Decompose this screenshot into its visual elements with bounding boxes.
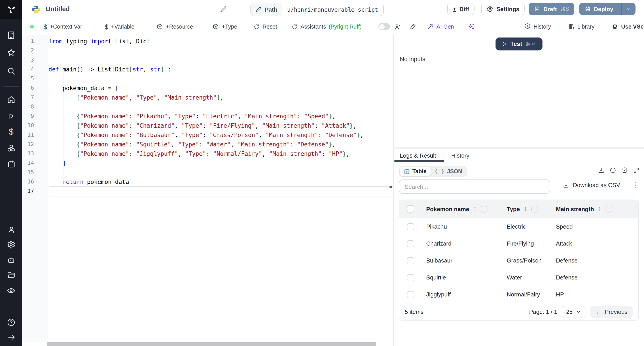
copy-clipboard-icon[interactable] [621,167,628,174]
settings-button[interactable]: Settings [481,3,525,15]
column-options-box[interactable] [606,206,612,212]
code-line-11[interactable]: {"Pokemon name": "Bulbasaur", "Type": "G… [48,130,393,140]
sidebar-star-icon[interactable] [0,46,22,59]
view-table-option[interactable]: Table [400,167,430,176]
table-row[interactable]: JigglypuffNormal/FairyHP [399,286,638,303]
code-line-9[interactable]: {"Pokemon name": "Pikachu", "Type": "Ele… [48,111,393,121]
sidebar-folder-icon[interactable] [0,268,22,282]
code-line-2[interactable] [48,46,393,55]
toggle-switch[interactable] [378,23,390,30]
download-csv-button[interactable]: Download as CSV [562,182,620,188]
column-header-main-strength[interactable]: Main strength [556,206,594,212]
sidebar-gear-icon[interactable] [0,238,22,251]
reset-button[interactable]: Reset [254,19,277,34]
horizontal-scrollbar[interactable] [47,342,376,346]
edit-summary-pencil-icon[interactable] [220,5,227,13]
sidebar-help-icon[interactable] [0,316,22,329]
previous-page-button[interactable]: ← Previous [590,306,633,318]
expand-icon[interactable] [633,167,640,174]
sort-icon[interactable] [472,206,478,212]
sort-icon[interactable] [597,206,602,212]
diff-button[interactable]: ± Diff [447,3,474,15]
column-header-pokemon-name[interactable]: Pokemon name [426,206,469,212]
add-variable-button[interactable]: $ +Variable [105,19,134,34]
panel-splitter-horizontal[interactable] [394,147,644,149]
row-checkbox[interactable] [407,257,414,264]
sidebar-cubes-icon[interactable] [0,142,22,155]
path-box[interactable]: Path u/henri/maneuverable_script [250,3,384,16]
view-json-label: JSON [447,168,462,174]
sidebar-eye-icon[interactable] [0,284,22,297]
sidebar-calendar-icon[interactable] [0,157,22,171]
select-all-checkbox[interactable] [407,205,414,212]
ai-sparkles-icon[interactable] [468,19,475,34]
sort-icon[interactable] [523,206,528,212]
app-window: $ Untitled Path u/henri/maneuverable_scr… [0,0,644,346]
code-line-1[interactable]: from typing import List, Dict [48,36,393,46]
cell-value: Squirtle [426,274,446,281]
sidebar-building-icon[interactable] [0,28,22,42]
sidebar-arrow-right-icon[interactable] [0,330,22,344]
format-brush-icon[interactable] [410,19,416,34]
code-editor[interactable]: 1234567891011121314151617 from typing im… [22,35,393,346]
code-line-15[interactable] [48,168,393,177]
deploy-button[interactable]: Deploy [580,3,618,15]
column-options-box[interactable] [532,206,538,212]
view-json-option[interactable]: { } JSON [430,167,466,176]
path-value[interactable]: u/henri/maneuverable_script [282,3,383,16]
row-checkbox[interactable] [407,223,414,230]
table-row[interactable]: CharizardFire/FlyingAttack [399,235,638,252]
page-size-select[interactable]: 25 [562,306,586,318]
ai-gen-button[interactable]: AI Gen [427,19,454,34]
tab-logs-result[interactable]: Logs & Result [400,150,436,161]
tab-history[interactable]: History [451,150,469,161]
code-line-5[interactable] [48,74,393,83]
info-icon[interactable] [610,167,616,174]
table-row[interactable]: PikachuElectricSpeed [399,218,638,235]
code-line-10[interactable]: {"Pokemon name": "Charizard", "Type": "F… [48,121,393,130]
code-line-17[interactable] [48,186,393,196]
sidebar-user-icon[interactable] [0,223,22,236]
search-input[interactable] [399,179,550,194]
download-icon[interactable] [598,167,605,174]
code-line-14[interactable]: ] [48,158,393,168]
table-menu-kebab-icon[interactable]: ⋮ [632,181,640,189]
sidebar-search-icon[interactable] [0,64,22,78]
line-number: 3 [22,55,34,64]
draft-button[interactable]: Draft ⌘S [528,3,574,15]
sidebar-play-icon[interactable] [0,109,22,123]
multiplayer-users-icon[interactable] [394,19,401,34]
add-resource-button[interactable]: +Resource [156,19,193,34]
row-checkbox[interactable] [407,240,414,247]
path-pencil-icon [255,6,262,12]
library-button[interactable]: Library [568,19,594,34]
multiplayer-toggle[interactable] [378,19,390,34]
code-line-3[interactable] [48,55,393,64]
editor-gutter: 1234567891011121314151617 [22,35,48,342]
table-row[interactable]: SquirtleWaterDefense [399,269,638,286]
code-line-8[interactable] [48,102,393,111]
code-line-12[interactable]: {"Pokemon name": "Squirtle", "Type": "Wa… [48,140,393,149]
code-line-16[interactable]: return pokemon_data [48,177,393,186]
use-vscode-button[interactable]: Use VScode [611,19,644,34]
sidebar-robot-icon[interactable] [0,254,22,267]
deploy-options-button[interactable] [622,3,635,15]
sidebar-home-icon[interactable] [0,93,22,106]
view-table-label: Table [412,168,426,174]
assistants-button[interactable]: Assistants (Pyright Ruff) [292,19,362,34]
row-checkbox[interactable] [407,274,414,281]
history-button[interactable]: History [524,19,551,34]
test-button[interactable]: Test ⌘↵ [496,37,542,50]
code-line-4[interactable]: def main() -> List[Dict[str, str]]: [48,64,393,74]
sidebar-dollar-icon[interactable]: $ [0,126,22,139]
code-line-13[interactable]: {"Pokemon name": "Jigglypuff", "Type": "… [48,149,393,158]
code-line-6[interactable]: pokemon_data = [ [48,83,393,93]
add-context-var-button[interactable]: $ +Context Var [44,19,82,34]
windmill-logo[interactable] [0,0,22,19]
column-header-type[interactable]: Type [507,206,520,212]
row-checkbox[interactable] [407,291,414,298]
code-line-7[interactable]: ["Pokemon name", "Type", "Main strength"… [48,93,393,102]
table-row[interactable]: BulbasaurGrass/PoisonDefense [399,252,638,269]
add-type-button[interactable]: +Type [212,19,237,34]
column-options-box[interactable] [481,206,488,212]
